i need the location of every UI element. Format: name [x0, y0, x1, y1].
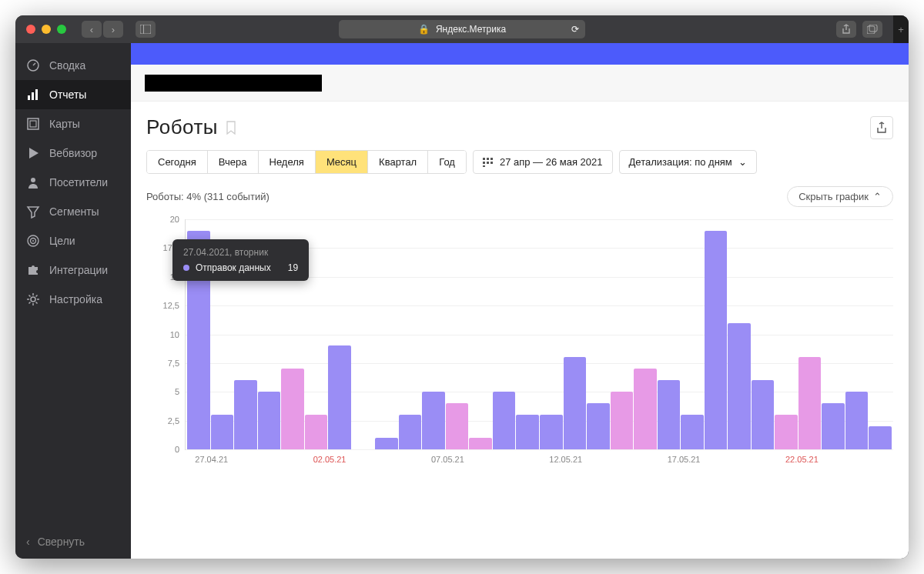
page-title-row: Роботы	[146, 115, 893, 139]
sidebar-item-maps[interactable]: Карты	[15, 109, 131, 138]
sidebar-item-label: Цели	[49, 235, 75, 247]
bar-28.04.21[interactable]	[211, 415, 234, 449]
sidebar-item-summary[interactable]: Сводка	[15, 51, 131, 80]
main-content: Роботы СегодняВчераНеделяМесяцКварталГод	[131, 43, 909, 559]
sidebar-item-label: Вебвизор	[49, 147, 97, 159]
y-tick-label: 2,5	[168, 416, 179, 425]
hide-chart-label: Скрыть график	[798, 191, 869, 202]
bar-21.05.21[interactable]	[752, 380, 775, 449]
person-icon	[26, 175, 40, 189]
bar-18.05.21[interactable]	[681, 415, 704, 449]
y-tick-label: 5	[175, 387, 179, 396]
bar-25.05.21[interactable]	[845, 392, 869, 449]
bar-06.05.21[interactable]	[399, 415, 422, 449]
new-tab-button[interactable]: +	[893, 15, 909, 43]
bar-01.05.21[interactable]	[281, 369, 304, 449]
svg-rect-6	[32, 92, 34, 100]
play-icon	[26, 146, 40, 160]
detail-label: Детализация: по дням	[629, 156, 732, 168]
svg-point-14	[31, 297, 35, 302]
bar-13.05.21[interactable]	[564, 357, 587, 449]
bar-17.05.21[interactable]	[658, 380, 681, 449]
bar-29.04.21[interactable]	[234, 380, 257, 449]
sidebar-item-integrations[interactable]: Интеграции	[15, 255, 131, 285]
bar-24.05.21[interactable]	[822, 403, 845, 449]
date-range-label: 27 апр — 26 мая 2021	[500, 156, 603, 168]
bar-07.05.21[interactable]	[422, 392, 445, 449]
period-Сегодня[interactable]: Сегодня	[147, 151, 208, 173]
close-window-button[interactable]	[26, 25, 35, 34]
forward-button[interactable]: ›	[103, 21, 123, 38]
bar-19.05.21[interactable]	[705, 231, 728, 449]
gear-icon	[26, 292, 40, 306]
sidebar-item-goals[interactable]: Цели	[15, 226, 131, 255]
sidebar-item-settings[interactable]: Настройка	[15, 285, 131, 314]
filter-icon	[26, 205, 40, 219]
sidebar-item-reports[interactable]: Отчеты	[15, 80, 131, 109]
date-range-picker[interactable]: 27 апр — 26 мая 2021	[473, 150, 613, 174]
hide-chart-button[interactable]: Скрыть график ⌃	[787, 186, 893, 207]
period-Квартал[interactable]: Квартал	[368, 151, 428, 173]
sidebar-item-label: Карты	[49, 118, 80, 130]
svg-point-10	[31, 178, 35, 182]
bar-14.05.21[interactable]	[587, 403, 610, 449]
bar-15.05.21[interactable]	[611, 392, 634, 449]
svg-point-13	[32, 240, 34, 242]
lock-icon: 🔒	[418, 24, 430, 35]
bar-26.05.21[interactable]	[869, 426, 892, 449]
bar-22.05.21[interactable]	[775, 415, 798, 449]
address-bar[interactable]: 🔒 Яндекс.Метрика ⟳	[339, 20, 585, 38]
bar-03.05.21[interactable]	[328, 345, 351, 449]
period-Вчера[interactable]: Вчера	[208, 151, 259, 173]
map-icon	[26, 117, 40, 131]
chevron-up-icon: ⌃	[873, 191, 882, 202]
reload-icon[interactable]: ⟳	[571, 24, 579, 35]
bar-05.05.21[interactable]	[375, 438, 398, 449]
y-tick-label: 10	[170, 330, 179, 339]
bar-23.05.21[interactable]	[798, 357, 822, 449]
svg-rect-9	[30, 121, 36, 127]
share-icon	[842, 24, 851, 35]
bar-16.05.21[interactable]	[634, 369, 657, 449]
x-tick-label: 22.05.21	[785, 455, 819, 464]
gridline	[186, 449, 893, 450]
export-icon	[876, 122, 887, 134]
bar-08.05.21[interactable]	[446, 403, 469, 449]
minimize-window-button[interactable]	[42, 25, 51, 34]
bar-30.04.21[interactable]	[258, 392, 281, 449]
maximize-window-button[interactable]	[57, 25, 66, 34]
sidebar-item-segments[interactable]: Сегменты	[15, 197, 131, 226]
sidebar-collapse-label: Свернуть	[38, 536, 85, 548]
stat-row: Роботы: 4% (311 событий) Скрыть график ⌃	[146, 186, 893, 207]
svg-rect-2	[867, 26, 875, 34]
bar-12.05.21[interactable]	[540, 415, 563, 449]
sidebar-item-label: Сводка	[49, 59, 85, 72]
sidebar-item-label: Интеграции	[49, 264, 108, 276]
period-Неделя[interactable]: Неделя	[259, 151, 316, 173]
share-button[interactable]	[836, 21, 856, 38]
bar-10.05.21[interactable]	[493, 392, 516, 449]
sidebar-item-visitors[interactable]: Посетители	[15, 168, 131, 197]
back-button[interactable]: ‹	[82, 21, 102, 38]
bar-20.05.21[interactable]	[728, 323, 751, 449]
period-Год[interactable]: Год	[428, 151, 466, 173]
bar-09.05.21[interactable]	[469, 438, 492, 449]
bar-11.05.21[interactable]	[516, 415, 539, 449]
calendar-icon	[483, 158, 494, 167]
bar-02.05.21[interactable]	[305, 415, 328, 449]
sidebar-item-label: Настройка	[49, 293, 102, 305]
export-button[interactable]	[870, 116, 893, 139]
sidebar: СводкаОтчетыКартыВебвизорПосетителиСегме…	[15, 43, 131, 559]
bookmark-icon[interactable]	[226, 121, 236, 135]
chevron-down-icon: ⌄	[738, 156, 747, 168]
period-Месяц[interactable]: Месяц	[316, 151, 368, 173]
toolbar-right	[836, 21, 882, 38]
project-header	[131, 65, 909, 102]
tabs-button[interactable]	[862, 21, 882, 38]
sidebar-toggle-button[interactable]	[136, 21, 156, 38]
browser-window: ‹ › 🔒 Яндекс.Метрика ⟳ + СводкаОтчетыКар…	[15, 15, 909, 559]
sidebar-item-webvisor[interactable]: Вебвизор	[15, 138, 131, 168]
sidebar-collapse-button[interactable]: ‹Свернуть	[15, 525, 131, 559]
detail-dropdown[interactable]: Детализация: по дням ⌄	[619, 150, 757, 174]
y-tick-label: 20	[170, 215, 179, 224]
